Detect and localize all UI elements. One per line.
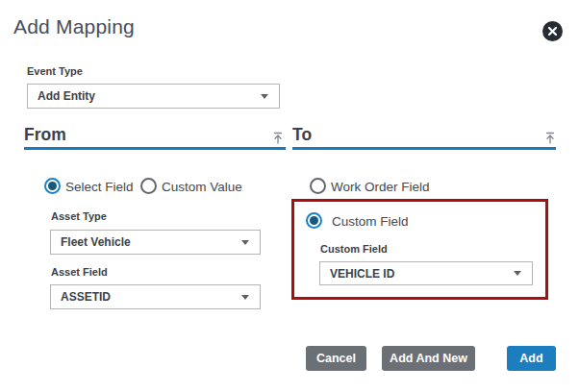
radio-dot: [310, 216, 318, 225]
event-type-select[interactable]: Add Entity: [27, 84, 280, 109]
radio-custom-field[interactable]: [306, 212, 322, 229]
asset-type-select[interactable]: Fleet Vehicle: [50, 230, 261, 255]
close-icon[interactable]: [542, 21, 563, 41]
dialog-title: Add Mapping: [13, 15, 135, 38]
caret-down-icon: [261, 94, 268, 99]
radio-work-order-field[interactable]: [310, 178, 326, 194]
event-type-label: Event Type: [27, 65, 83, 77]
radio-dot: [48, 182, 57, 190]
cancel-button[interactable]: Cancel: [306, 346, 366, 371]
asset-field-value: ASSETID: [61, 290, 111, 304]
to-divider: [292, 147, 556, 150]
caret-down-icon: [241, 295, 249, 300]
radio-work-order-field-label: Work Order Field: [331, 180, 430, 194]
collapse-up-icon[interactable]: [272, 131, 284, 148]
from-header: From: [24, 125, 66, 145]
radio-select-field-label: Select Field: [65, 180, 134, 194]
add-mapping-dialog: Add Mapping Event Type Add Entity From T…: [0, 0, 579, 392]
radio-select-field[interactable]: [44, 178, 61, 194]
asset-type-label: Asset Type: [51, 210, 107, 222]
collapse-up-icon[interactable]: [544, 131, 556, 148]
custom-field-value: VEHICLE ID: [330, 267, 394, 281]
asset-type-value: Fleet Vehicle: [61, 235, 131, 249]
caret-down-icon: [241, 240, 249, 245]
close-x-glyph: [547, 26, 558, 37]
add-button[interactable]: Add: [507, 346, 556, 371]
caret-down-icon: [514, 271, 521, 276]
radio-custom-value-label: Custom Value: [162, 180, 242, 194]
to-header: To: [292, 125, 312, 145]
asset-field-label: Asset Field: [51, 266, 108, 278]
custom-field-label: Custom Field: [320, 243, 388, 255]
radio-custom-field-label: Custom Field: [332, 214, 409, 229]
add-and-new-button[interactable]: Add And New: [382, 346, 475, 371]
radio-custom-value[interactable]: [140, 178, 157, 194]
asset-field-select[interactable]: ASSETID: [50, 284, 261, 309]
from-divider: [24, 147, 286, 150]
event-type-value: Add Entity: [38, 89, 95, 103]
custom-field-select[interactable]: VEHICLE ID: [319, 261, 533, 285]
